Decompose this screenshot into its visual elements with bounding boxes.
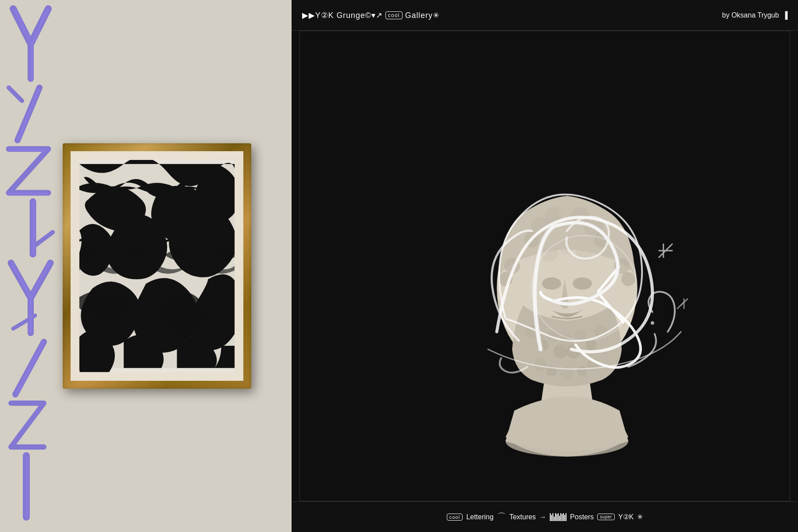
footer-content: cool Lettering ⌒ Textures → Posters supe… [447, 511, 643, 523]
footer-star: ✳ [637, 513, 643, 521]
super-badge-footer: super [597, 514, 615, 520]
svg-point-36 [532, 235, 637, 340]
sculpture-container [435, 121, 655, 428]
header-title: ▶▶Y②K Grunge©▾↗ cool Gallery✳ [302, 11, 440, 20]
footer-posters: Posters [570, 513, 594, 521]
swirl-svg [79, 160, 235, 372]
barcode-icon [550, 513, 566, 521]
header-author: by Oksana Trygub ▐ [722, 11, 787, 19]
poster-content [79, 160, 235, 372]
author-text: by Oksana Trygub [722, 11, 779, 19]
left-panel [0, 0, 292, 532]
author-icon: ▐ [783, 11, 787, 19]
header-bar: ▶▶Y②K Grunge©▾↗ cool Gallery✳ by Oksana … [292, 0, 798, 31]
poster-frame [63, 143, 251, 389]
header-prefix: ▶▶Y②K Grunge©▾↗ [302, 11, 383, 20]
svg-point-35 [651, 321, 654, 325]
wave-icon: ⌒ [497, 511, 506, 523]
footer-y2k: Y②K [618, 513, 634, 521]
right-panel: ▶▶Y②K Grunge©▾↗ cool Gallery✳ by Oksana … [292, 0, 798, 532]
footer-textures: Textures [509, 513, 536, 521]
frame-inner [71, 151, 243, 381]
footer-arrow: → [539, 513, 546, 521]
frame-outer [63, 143, 251, 389]
footer-lettering: Lettering [466, 513, 493, 521]
header-suffix: Gallery✳ [405, 11, 440, 20]
cool-badge-header: cool [385, 11, 403, 19]
cool-badge-footer: cool [447, 514, 463, 521]
main-layout: ▶▶Y②K Grunge©▾↗ cool Gallery✳ by Oksana … [0, 0, 798, 532]
graffiti-decoration [0, 0, 68, 532]
bottom-bar: cool Lettering ⌒ Textures → Posters supe… [292, 501, 798, 532]
graffiti-signature [453, 165, 760, 384]
sculpture-area [292, 31, 798, 501]
